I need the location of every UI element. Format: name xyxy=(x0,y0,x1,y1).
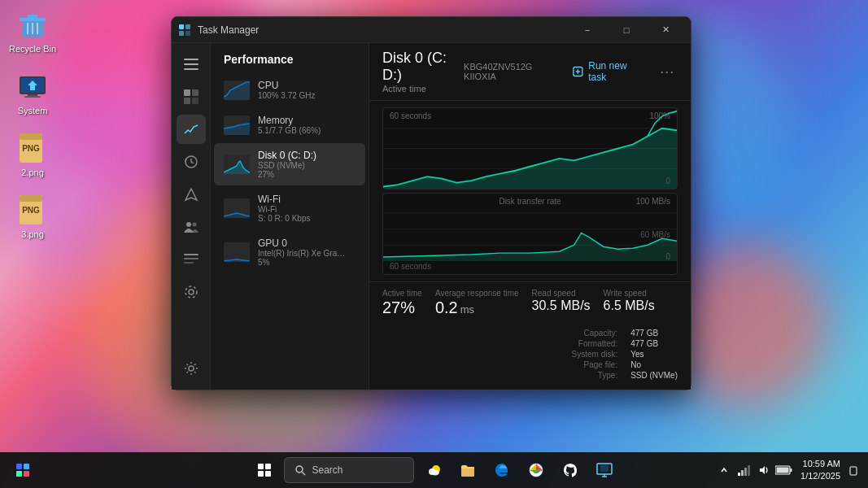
cpu-nav-info: CPU 100% 3.72 GHz xyxy=(258,80,355,100)
close-button[interactable]: ✕ xyxy=(647,17,684,43)
cpu-nav-sub: 100% 3.72 GHz xyxy=(258,91,355,100)
write-speed-stat-label: Write speed xyxy=(604,289,655,298)
services-icon[interactable] xyxy=(177,277,206,307)
disk0-nav-title: Disk 0 (C: D:) xyxy=(258,150,355,161)
taskbar-left xyxy=(8,455,37,485)
svg-rect-23 xyxy=(184,89,190,96)
disk0-mini-chart xyxy=(224,155,250,174)
svg-rect-17 xyxy=(185,24,190,29)
2png-label: 2.png xyxy=(21,168,44,177)
more-options-button[interactable]: ··· xyxy=(656,60,678,83)
svg-line-56 xyxy=(302,473,305,476)
settings-icon[interactable] xyxy=(177,354,206,383)
recycle-bin-icon[interactable]: Recycle Bin xyxy=(8,8,57,54)
title-bar: Task Manager − □ ✕ xyxy=(172,17,691,43)
chart1-top-right: 100% xyxy=(649,111,670,120)
disk0-nav-sub: SSD (NVMe) 27% xyxy=(258,161,355,179)
show-hidden-icons-button[interactable] xyxy=(716,455,732,485)
performance-icon[interactable] xyxy=(177,115,206,144)
start-button[interactable] xyxy=(250,455,279,485)
taskbar-edge-icon[interactable] xyxy=(487,455,517,485)
run-new-task-button[interactable]: Run new task xyxy=(565,57,650,86)
wifi-nav-sub: Wi-Fi S: 0 R: 0 Kbps xyxy=(258,205,355,223)
main-header-controls: KBG40ZNV512G KIIOXIA Run new task ··· xyxy=(464,57,678,86)
cpu-nav-title: CPU xyxy=(258,80,355,91)
svg-rect-22 xyxy=(184,68,198,70)
nav-item-memory[interactable]: Memory 5.1/7.7 GB (66%) xyxy=(214,108,365,142)
svg-rect-26 xyxy=(192,98,198,104)
avg-response-unit: ms xyxy=(460,303,474,316)
taskbar-monitor-icon[interactable] xyxy=(590,455,619,485)
svg-marker-46 xyxy=(383,233,677,261)
network-icon[interactable] xyxy=(735,455,752,485)
3png-label: 3.png xyxy=(21,229,44,239)
type-value: SSD (NVMe) xyxy=(630,371,678,380)
sidebar xyxy=(172,43,211,390)
taskbar-github-icon[interactable] xyxy=(556,455,585,485)
processes-icon[interactable] xyxy=(177,82,206,111)
startup-icon[interactable] xyxy=(177,180,206,209)
page-file-value: No xyxy=(630,360,678,369)
gpu0-nav-info: GPU 0 Intel(R) Iris(R) Xe Gra… 5% xyxy=(258,237,355,267)
svg-rect-24 xyxy=(192,89,198,96)
hamburger-icon[interactable] xyxy=(177,50,206,79)
formatted-value: 477 GB xyxy=(630,339,678,348)
2png-icon[interactable]: PNG 2.png xyxy=(8,132,57,177)
chart1-bottom-right: 0 xyxy=(665,176,670,185)
nav-item-disk0[interactable]: Disk 0 (C: D:) SSD (NVMe) 27% xyxy=(214,143,365,185)
svg-rect-19 xyxy=(185,31,190,36)
read-speed-stat-label: Read speed xyxy=(532,289,591,298)
nav-item-cpu[interactable]: CPU 100% 3.72 GHz xyxy=(214,73,365,107)
svg-rect-64 xyxy=(600,465,608,472)
volume-icon[interactable] xyxy=(755,455,771,485)
svg-rect-9 xyxy=(24,96,41,98)
wifi-nav-info: Wi-Fi Wi-Fi S: 0 R: 0 Kbps xyxy=(258,194,355,223)
nav-item-gpu0[interactable]: GPU 0 Intel(R) Iris(R) Xe Gra… 5% xyxy=(214,231,365,273)
main-title-area: Disk 0 (C: D:) Active time xyxy=(382,50,464,94)
page-file-label: Page file: xyxy=(570,360,617,369)
active-time-stat-label: Active time xyxy=(382,289,422,298)
desktop-icons: Recycle Bin System PNG xyxy=(8,8,57,239)
system-icon[interactable]: System xyxy=(8,70,57,115)
svg-rect-18 xyxy=(179,31,184,36)
svg-rect-50 xyxy=(24,471,29,477)
svg-rect-14 xyxy=(20,195,42,202)
chart2-title: Disk transfer rate xyxy=(499,197,560,206)
notification-area[interactable] xyxy=(847,455,860,485)
battery-icon[interactable] xyxy=(774,455,794,485)
system-disk-label: System disk: xyxy=(570,350,617,359)
3png-icon[interactable]: PNG 3.png xyxy=(8,194,57,239)
svg-point-35 xyxy=(189,366,194,371)
maximize-button[interactable]: □ xyxy=(608,17,645,43)
chart2-mid-right: 60 MB/s xyxy=(640,229,670,238)
svg-rect-11 xyxy=(20,133,42,140)
memory-nav-title: Memory xyxy=(258,115,355,126)
active-time-stat-value: 27% xyxy=(382,299,422,316)
svg-rect-49 xyxy=(16,471,22,477)
nav-item-wifi[interactable]: Wi-Fi Wi-Fi S: 0 R: 0 Kbps xyxy=(214,187,365,229)
svg-rect-68 xyxy=(741,470,744,476)
svg-rect-54 xyxy=(265,471,271,477)
app-history-icon[interactable] xyxy=(177,147,206,176)
search-bar[interactable]: Search xyxy=(284,457,414,483)
main-content: Disk 0 (C: D:) Active time KBG40ZNV512G … xyxy=(369,43,691,390)
avg-response-stat-value: 0.2 xyxy=(435,299,458,316)
taskbar-files-icon[interactable] xyxy=(453,455,482,485)
disk-info-panel: Capacity: 477 GB Formatted: 477 GB Syste… xyxy=(570,329,678,380)
taskbar-klokki-icon[interactable] xyxy=(8,455,37,485)
taskbar-clock[interactable]: 10:59 AM 1/12/2025 xyxy=(800,458,840,483)
minimize-button[interactable]: − xyxy=(569,17,606,43)
type-label: Type: xyxy=(570,371,617,380)
users-icon[interactable] xyxy=(177,212,206,242)
window-body: Performance CPU 100% 3.72 GHz xyxy=(172,43,691,390)
taskbar-weather-icon[interactable] xyxy=(419,455,448,485)
svg-rect-74 xyxy=(850,467,857,475)
taskbar-chrome-icon[interactable] xyxy=(521,455,551,485)
avg-response-stat-label: Average response time xyxy=(435,289,519,298)
svg-rect-52 xyxy=(265,464,271,469)
details-icon[interactable] xyxy=(177,245,206,274)
system-disk-value: Yes xyxy=(630,350,678,359)
task-manager-app-icon xyxy=(178,24,191,37)
chart2-bottom-right: 0 xyxy=(665,252,670,261)
svg-rect-48 xyxy=(24,464,29,469)
